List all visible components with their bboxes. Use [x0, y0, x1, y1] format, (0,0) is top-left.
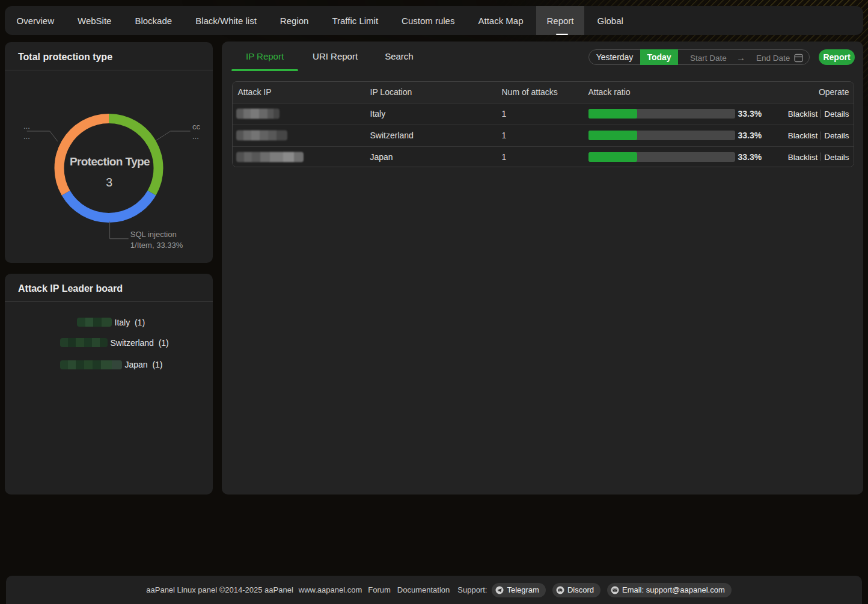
svg-text:...: ...: [192, 132, 199, 141]
svg-text:cc: cc: [192, 122, 201, 131]
svg-text:1/Item, 33.33%: 1/Item, 33.33%: [130, 241, 183, 250]
svg-text:3: 3: [106, 176, 112, 189]
svg-text:SQL injection: SQL injection: [130, 230, 177, 239]
svg-text:...: ...: [23, 132, 30, 141]
svg-text:...: ...: [23, 122, 30, 131]
svg-text:Protection Type: Protection Type: [70, 155, 150, 168]
